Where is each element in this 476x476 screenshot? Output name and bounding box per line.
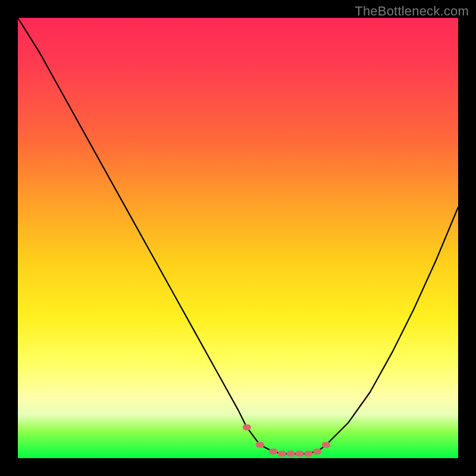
valley-marker — [296, 451, 304, 457]
plot-area — [18, 18, 458, 458]
valley-marker — [256, 442, 264, 448]
valley-marker — [313, 449, 321, 455]
bottleneck-curve — [18, 18, 458, 454]
valley-marker — [322, 442, 330, 448]
valley-marker — [278, 451, 286, 457]
curve-layer — [18, 18, 458, 458]
valley-marker — [287, 451, 295, 457]
valley-marker — [304, 451, 312, 457]
valley-markers — [243, 424, 330, 456]
chart-frame: TheBottleneck.com — [0, 0, 476, 476]
valley-marker — [243, 424, 251, 430]
watermark-text: TheBottleneck.com — [355, 4, 469, 19]
valley-marker — [269, 449, 277, 455]
